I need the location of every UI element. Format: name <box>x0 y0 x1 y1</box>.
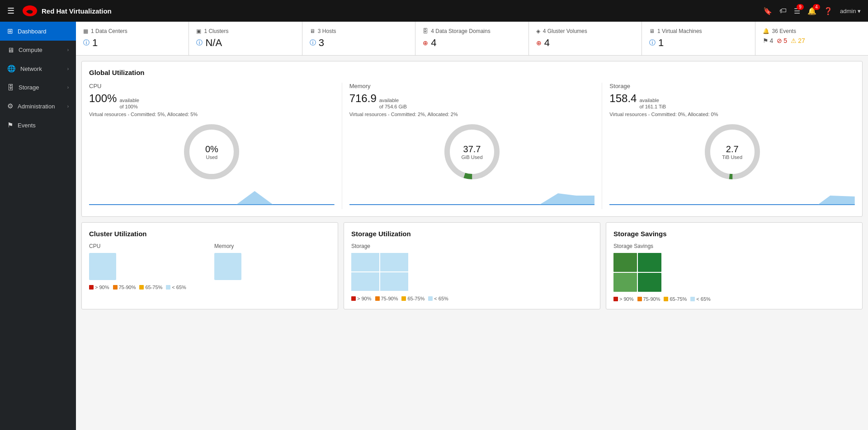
sidebar-item-network[interactable]: 🌐 Network › <box>0 59 76 78</box>
summary-hosts[interactable]: 🖥 3 Hosts ⓘ 3 <box>302 22 415 55</box>
storage-sub-label: Storage <box>351 243 593 249</box>
administration-icon: ⚙ <box>7 102 13 110</box>
sidebar-item-label: Network <box>20 65 63 72</box>
storage-sparkline <box>609 187 855 209</box>
cpu-committed: Virtual resources - Committed: 5%, Alloc… <box>89 112 335 117</box>
legend-dot-65-75 <box>139 285 144 290</box>
cluster-icon: ▣ <box>196 28 201 34</box>
memory-avail-num: 716.9 <box>349 92 377 105</box>
sidebar-item-label: Dashboard <box>18 28 69 35</box>
summary-header: ▣ 1 Clusters <box>196 28 294 34</box>
sidebar-item-events[interactable]: ⚑ Events <box>0 116 76 135</box>
legend-dot <box>351 296 356 301</box>
summary-value: ⊕ 4 <box>423 37 521 49</box>
storage-donut-container: 2.7 TiB Used <box>609 122 855 181</box>
storage-legend-lt65: < 65% <box>428 296 448 301</box>
summary-value: ⓘ 3 <box>310 37 408 49</box>
sidebar-item-label: Events <box>18 122 69 129</box>
help-icon[interactable]: ❓ <box>824 7 833 15</box>
legend-dot-gt90 <box>89 285 94 290</box>
svg-marker-11 <box>818 196 855 205</box>
memory-committed: Virtual resources - Committed: 2%, Alloc… <box>349 112 595 117</box>
legend-gt90: > 90% <box>89 285 109 290</box>
memory-value: 37.7 <box>461 144 482 154</box>
summary-value: ⊕ 4 <box>536 37 634 49</box>
storage-available: 158.4 available of 161.1 TiB <box>609 92 855 110</box>
memory-avail-sub: available of 754.6 GiB <box>379 97 407 110</box>
legend-75-90: 75-90% <box>113 285 136 290</box>
storage-panel: Storage 158.4 available of 161.1 TiB Vir… <box>609 83 855 209</box>
info-icon: ⓘ <box>649 39 656 47</box>
legend-lt65: < 65% <box>166 285 186 290</box>
events-badges: ⚑ 4 ⊘ 5 ⚠ 27 <box>763 37 861 44</box>
sidebar-item-storage[interactable]: 🗄 Storage › <box>0 78 76 97</box>
hamburger-menu[interactable]: ☰ <box>7 6 14 16</box>
legend-label: < 65% <box>434 296 448 301</box>
memory-sparkline <box>349 187 595 209</box>
summary-num: N/A <box>205 37 222 49</box>
chevron-right-icon: › <box>67 66 69 71</box>
summary-value: ⓘ 1 <box>83 37 181 49</box>
compute-icon: 🖥 <box>7 46 14 54</box>
warning-event-badge: ⚠ 27 <box>791 37 805 44</box>
storage-block-1 <box>351 253 379 271</box>
user-menu[interactable]: admin ▾ <box>840 8 861 14</box>
summary-num: 4 <box>544 37 550 49</box>
tag-icon[interactable]: 🏷 <box>779 7 787 15</box>
savings-title: Storage Savings <box>613 230 855 238</box>
sidebar-item-compute[interactable]: 🖥 Compute › <box>0 41 76 59</box>
cpu-avail-num: 100% <box>89 92 117 105</box>
summary-data-centers[interactable]: ▦ 1 Data Centers ⓘ 1 <box>76 22 189 55</box>
summary-storage-domains[interactable]: 🗄 4 Data Storage Domains ⊕ 4 <box>415 22 528 55</box>
savings-block-2 <box>613 273 637 292</box>
summary-clusters[interactable]: ▣ 1 Clusters ⓘ N/A <box>189 22 302 55</box>
cpu-panel: CPU 100% available of 100% Virtual resou… <box>89 83 342 209</box>
error-icon: ⊕ <box>536 39 542 47</box>
sidebar-item-dashboard[interactable]: ⊞ Dashboard <box>0 22 76 41</box>
summary-label: 1 Data Centers <box>91 28 127 34</box>
cpu-available: 100% available of 100% <box>89 92 335 110</box>
savings-block-1 <box>613 253 637 272</box>
storage-legend-gt90: > 90% <box>351 296 372 301</box>
memory-donut: 37.7 GiB Used <box>443 122 501 181</box>
legend-65-75: 65-75% <box>139 285 162 290</box>
summary-gluster-volumes[interactable]: ◈ 4 Gluster Volumes ⊕ 4 <box>529 22 642 55</box>
tasks-icon[interactable]: ☰ 9 <box>794 7 800 15</box>
summary-vms[interactable]: 🖥 1 Virtual Machines ⓘ 1 <box>642 22 755 55</box>
cluster-utilization-panel: Cluster Utilization CPU Memory > 90% <box>81 222 338 309</box>
notifications-icon[interactable]: 🔔 4 <box>807 7 816 15</box>
sidebar-item-label: Administration <box>18 103 63 110</box>
summary-events[interactable]: 🔔 36 Events ⚑ 4 ⊘ 5 ⚠ 27 <box>755 22 868 55</box>
global-utilization-section: Global Utilization CPU 100% available of… <box>81 61 863 217</box>
storage-legend-65-75: 65-75% <box>401 296 425 301</box>
cpu-value: 0% <box>205 144 218 154</box>
network-icon: 🌐 <box>7 65 16 73</box>
summary-label: 36 Events <box>772 28 796 34</box>
storage-utilization-panel: Storage Utilization Storage > 90% 75-9 <box>344 222 600 309</box>
svg-marker-7 <box>539 193 594 205</box>
summary-label: 4 Data Storage Domains <box>431 28 490 34</box>
savings-block-3 <box>638 253 661 272</box>
dashboard-icon: ⊞ <box>7 27 13 35</box>
savings-col-1 <box>613 253 637 292</box>
info-icon: ⓘ <box>83 39 90 47</box>
cluster-legend: > 90% 75-90% 65-75% < 65% <box>89 285 330 290</box>
savings-legend-gt90: > 90% <box>613 296 634 302</box>
storage-domain-icon: 🗄 <box>423 28 428 34</box>
summary-num: 3 <box>319 37 324 49</box>
cpu-sparkline <box>89 187 335 209</box>
bookmark-icon[interactable]: 🔖 <box>763 7 772 15</box>
summary-num: 1 <box>92 37 98 49</box>
main-content: ▦ 1 Data Centers ⓘ 1 ▣ 1 Clusters ⓘ N/A <box>76 22 868 430</box>
savings-sub-title: Storage Savings <box>613 243 855 249</box>
summary-bar: ▦ 1 Data Centers ⓘ 1 ▣ 1 Clusters ⓘ N/A <box>76 22 868 56</box>
cpu-donut: 0% Used <box>182 122 241 181</box>
cpu-donut-label: 0% Used <box>205 144 218 159</box>
memory-sub: GiB Used <box>461 154 482 159</box>
storage-donut: 2.7 TiB Used <box>703 122 762 181</box>
summary-header: ◈ 4 Gluster Volumes <box>536 28 634 34</box>
cpu-avail-sub: available of 100% <box>119 97 139 110</box>
cpu-sub: Used <box>205 154 218 159</box>
legend-dot <box>690 297 695 301</box>
sidebar-item-administration[interactable]: ⚙ Administration › <box>0 97 76 116</box>
